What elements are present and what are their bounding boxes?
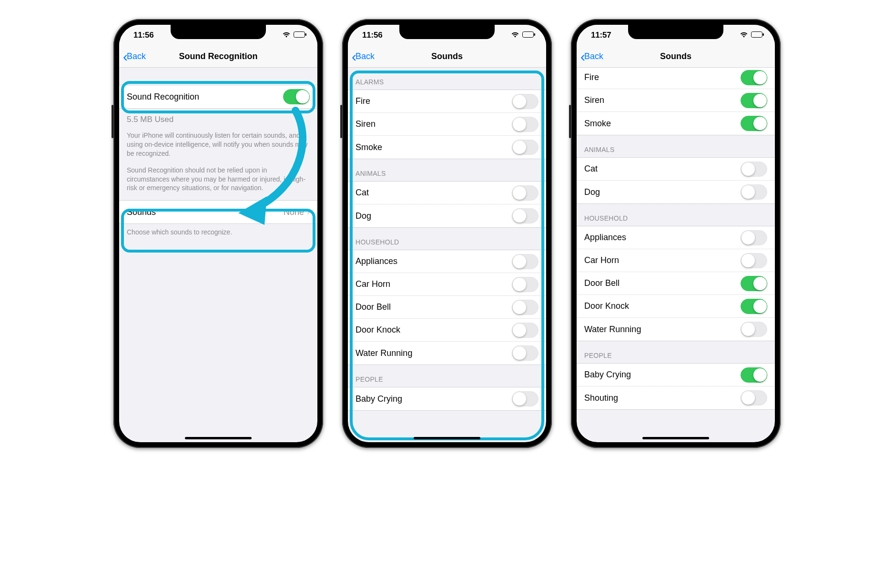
status-time: 11:57 xyxy=(591,30,611,40)
toggle-water-running[interactable] xyxy=(512,345,538,361)
row-dog[interactable]: Dog xyxy=(577,181,775,203)
row-smoke[interactable]: Smoke xyxy=(348,136,546,159)
toggle-fire[interactable] xyxy=(741,70,767,85)
home-indicator[interactable] xyxy=(185,437,252,439)
sounds-row[interactable]: Sounds None › xyxy=(119,201,317,223)
back-button[interactable]: ‹ Back xyxy=(122,50,149,64)
row-label: Car Horn xyxy=(584,255,741,265)
toggle-cat[interactable] xyxy=(512,185,538,201)
group-people: Baby Crying Shouting xyxy=(577,363,775,410)
content-area[interactable]: ALARMS Fire Siren Smoke ANIMALS Cat Dog … xyxy=(577,68,775,442)
row-label: Car Horn xyxy=(356,279,512,289)
toggle-fire[interactable] xyxy=(512,94,538,109)
status-time: 11:56 xyxy=(362,30,382,40)
row-label: Fire xyxy=(584,72,741,82)
toggle-appliances[interactable] xyxy=(741,230,767,245)
row-baby-crying[interactable]: Baby Crying xyxy=(577,364,775,386)
row-cat[interactable]: Cat xyxy=(577,158,775,181)
svg-rect-0 xyxy=(294,32,305,38)
sounds-value: None xyxy=(284,207,304,217)
row-label: Cat xyxy=(584,164,741,174)
description-2: Sound Recognition should not be relied u… xyxy=(119,160,317,201)
row-door-knock[interactable]: Door Knock xyxy=(577,295,775,318)
group-alarms: Fire Siren Smoke xyxy=(577,68,775,135)
page-title: Sounds xyxy=(577,51,775,61)
back-button[interactable]: ‹ Back xyxy=(579,50,606,64)
row-label: Baby Crying xyxy=(584,370,741,380)
row-label: Smoke xyxy=(356,142,512,152)
nav-bar: ‹ Back Sounds xyxy=(348,46,546,68)
sound-recognition-toggle[interactable] xyxy=(283,89,310,104)
row-shouting[interactable]: Shouting xyxy=(577,386,775,409)
row-door-bell[interactable]: Door Bell xyxy=(348,296,546,319)
battery-icon xyxy=(522,30,536,40)
back-label: Back xyxy=(127,51,146,61)
group-animals: Cat Dog xyxy=(577,157,775,204)
toggle-water-running[interactable] xyxy=(741,322,767,337)
row-door-knock[interactable]: Door Knock xyxy=(348,319,546,342)
wifi-icon xyxy=(740,30,748,40)
row-label: Appliances xyxy=(356,256,512,266)
row-door-bell[interactable]: Door Bell xyxy=(577,272,775,295)
group-household: Appliances Car Horn Door Bell Door Knock… xyxy=(348,250,546,365)
toggle-appliances[interactable] xyxy=(512,254,538,269)
row-car-horn[interactable]: Car Horn xyxy=(577,249,775,272)
nav-bar: ‹ Back Sounds xyxy=(577,46,775,68)
row-cat[interactable]: Cat xyxy=(348,182,546,204)
status-indicators xyxy=(282,30,307,40)
row-appliances[interactable]: Appliances xyxy=(577,226,775,249)
row-label: Door Bell xyxy=(584,278,741,288)
row-label: Siren xyxy=(584,95,741,105)
row-smoke[interactable]: Smoke xyxy=(577,112,775,135)
nav-bar: ‹ Back Sound Recognition xyxy=(119,46,317,68)
row-fire[interactable]: Fire xyxy=(348,90,546,113)
toggle-door-knock[interactable] xyxy=(512,323,538,338)
toggle-smoke[interactable] xyxy=(512,140,538,155)
screen-3: 11:57 ‹ Back Sounds ALARMS Fire Siren Sm… xyxy=(577,25,775,442)
row-siren[interactable]: Siren xyxy=(577,89,775,112)
toggle-siren[interactable] xyxy=(512,117,538,132)
sound-recognition-group: Sound Recognition xyxy=(119,85,317,109)
row-label: Appliances xyxy=(584,233,741,243)
toggle-door-bell[interactable] xyxy=(512,300,538,315)
svg-rect-6 xyxy=(752,32,762,38)
svg-rect-5 xyxy=(534,33,536,36)
section-people: PEOPLE xyxy=(577,341,775,363)
row-appliances[interactable]: Appliances xyxy=(348,250,546,273)
row-car-horn[interactable]: Car Horn xyxy=(348,273,546,296)
toggle-cat[interactable] xyxy=(741,162,767,177)
row-label: Baby Crying xyxy=(356,394,512,404)
toggle-car-horn[interactable] xyxy=(512,277,538,292)
toggle-shouting[interactable] xyxy=(741,390,767,406)
row-dog[interactable]: Dog xyxy=(348,204,546,227)
toggle-smoke[interactable] xyxy=(741,116,767,131)
wifi-icon xyxy=(282,30,291,40)
row-fire[interactable]: Fire xyxy=(577,68,775,89)
storage-used: 5.5 MB Used xyxy=(119,109,317,127)
home-indicator[interactable] xyxy=(414,437,480,439)
svg-rect-2 xyxy=(295,32,304,37)
row-water-running[interactable]: Water Running xyxy=(348,342,546,365)
row-water-running[interactable]: Water Running xyxy=(577,318,775,341)
row-baby-crying[interactable]: Baby Crying xyxy=(348,387,546,410)
toggle-door-bell[interactable] xyxy=(741,276,767,291)
toggle-baby-crying[interactable] xyxy=(512,391,538,406)
status-indicators xyxy=(511,30,536,40)
section-alarms: ALARMS xyxy=(348,68,546,90)
toggle-baby-crying[interactable] xyxy=(741,367,767,383)
phone-2: 11:56 ‹ Back Sounds ALARMS Fire Siren Sm… xyxy=(342,19,552,448)
toggle-door-knock[interactable] xyxy=(741,299,767,314)
sound-recognition-label: Sound Recognition xyxy=(127,92,283,102)
toggle-siren[interactable] xyxy=(741,93,767,108)
sound-recognition-row[interactable]: Sound Recognition xyxy=(119,85,317,108)
notch xyxy=(171,25,266,39)
toggle-dog[interactable] xyxy=(512,208,538,223)
group-alarms: Fire Siren Smoke xyxy=(348,90,546,159)
toggle-car-horn[interactable] xyxy=(741,253,767,268)
home-indicator[interactable] xyxy=(642,437,709,439)
toggle-dog[interactable] xyxy=(741,184,767,200)
notch xyxy=(399,25,495,39)
back-button[interactable]: ‹ Back xyxy=(351,50,377,64)
content-area[interactable]: ALARMS Fire Siren Smoke ANIMALS Cat Dog … xyxy=(348,68,546,442)
row-siren[interactable]: Siren xyxy=(348,113,546,136)
